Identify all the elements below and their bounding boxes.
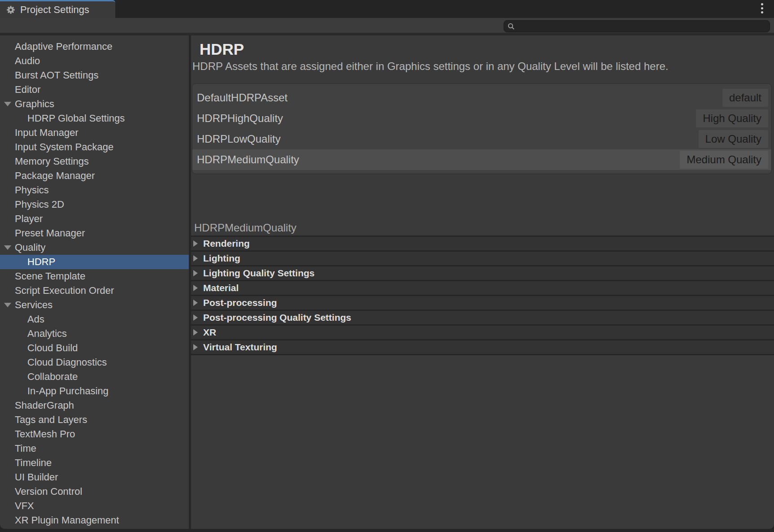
foldout-label: Rendering (203, 238, 250, 249)
selected-asset-label-row: HDRPMediumQuality (191, 220, 774, 237)
tab-project-settings[interactable]: Project Settings (0, 0, 115, 18)
sidebar-item-label: XR Plugin Management (15, 515, 119, 526)
sidebar-item-analytics[interactable]: Analytics (0, 327, 189, 341)
foldout-label: Lighting Quality Settings (203, 268, 315, 279)
foldout-label: Lighting (203, 253, 240, 264)
sidebar-item-label: Timeline (15, 457, 52, 469)
kebab-menu-icon[interactable] (761, 3, 763, 13)
sidebar-item-input-system-package[interactable]: Input System Package (0, 140, 189, 154)
expand-triangle-icon[interactable] (4, 102, 11, 106)
asset-row-hdrphighquality[interactable]: HDRPHighQualityHigh Quality (192, 108, 771, 129)
foldout-arrow-icon[interactable] (193, 329, 198, 336)
sidebar-item-adaptive-performance[interactable]: Adaptive Performance (0, 39, 189, 54)
sidebar-item-label: Memory Settings (15, 156, 89, 167)
asset-row-hdrpmediumquality[interactable]: HDRPMediumQualityMedium Quality (192, 149, 771, 170)
foldout-label: Post-processing (203, 297, 277, 308)
hdrp-asset-list: DefaultHDRPAssetdefaultHDRPHighQualityHi… (192, 83, 772, 174)
sidebar-item-player[interactable]: Player (0, 212, 189, 226)
sidebar-item-label: Services (15, 299, 52, 311)
foldout-lighting-quality-settings[interactable]: Lighting Quality Settings (191, 266, 774, 281)
sidebar-item-audio[interactable]: Audio (0, 54, 189, 68)
sidebar-item-memory-settings[interactable]: Memory Settings (0, 154, 189, 169)
expand-triangle-icon[interactable] (4, 245, 11, 250)
sidebar-item-label: Cloud Diagnostics (27, 357, 107, 368)
foldout-lighting[interactable]: Lighting (191, 252, 774, 266)
asset-name: HDRPMediumQuality (197, 153, 299, 166)
sidebar-item-label: Burst AOT Settings (15, 70, 99, 81)
sidebar-item-label: Physics 2D (15, 199, 64, 210)
page-subtitle: HDRP Assets that are assigned either in … (192, 61, 774, 72)
foldout-arrow-icon[interactable] (193, 285, 198, 291)
sidebar-item-editor[interactable]: Editor (0, 83, 189, 97)
asset-name: HDRPLowQuality (197, 133, 281, 145)
sidebar-item-collaborate[interactable]: Collaborate (0, 370, 189, 384)
gear-icon (6, 5, 16, 15)
quality-tag-badge: Medium Quality (680, 151, 768, 169)
foldout-virtual-texturing[interactable]: Virtual Texturing (191, 340, 774, 355)
foldout-arrow-icon[interactable] (193, 270, 198, 276)
foldout-arrow-icon[interactable] (193, 255, 198, 262)
sidebar-item-version-control[interactable]: Version Control (0, 484, 189, 499)
toolbar (0, 18, 774, 35)
foldout-rendering[interactable]: Rendering (191, 237, 774, 252)
sidebar-item-label: Version Control (15, 486, 82, 497)
sidebar-item-time[interactable]: Time (0, 441, 189, 456)
sidebar-item-label: Tags and Layers (15, 414, 87, 426)
sidebar-item-timeline[interactable]: Timeline (0, 456, 189, 470)
sidebar-item-burst-aot-settings[interactable]: Burst AOT Settings (0, 68, 189, 83)
sidebar-item-quality[interactable]: Quality (0, 240, 189, 255)
sidebar-item-label: Scene Template (15, 270, 85, 282)
sidebar-item-xr-plugin-management[interactable]: XR Plugin Management (0, 513, 189, 528)
sidebar-item-scene-template[interactable]: Scene Template (0, 269, 189, 283)
sidebar-item-input-manager[interactable]: Input Manager (0, 126, 189, 140)
foldout-arrow-icon[interactable] (193, 300, 198, 306)
sidebar-item-physics-2d[interactable]: Physics 2D (0, 197, 189, 212)
search-input[interactable] (517, 21, 770, 32)
sidebar-item-label: Player (15, 213, 43, 225)
sidebar-item-label: VFX (15, 500, 34, 512)
sidebar-item-textmesh-pro[interactable]: TextMesh Pro (0, 427, 189, 441)
sidebar-item-package-manager[interactable]: Package Manager (0, 169, 189, 183)
asset-row-hdrplowquality[interactable]: HDRPLowQualityLow Quality (192, 129, 771, 149)
project-settings-window: Project Settings Adaptive PerformanceAud… (0, 0, 774, 532)
sidebar-item-vfx[interactable]: VFX (0, 499, 189, 513)
asset-row-defaulthdrpasset[interactable]: DefaultHDRPAssetdefault (192, 87, 771, 108)
sidebar-item-label: Editor (15, 84, 40, 96)
page-title: HDRP (200, 41, 774, 57)
sidebar-item-cloud-build[interactable]: Cloud Build (0, 341, 189, 355)
sidebar-item-label: Physics (15, 184, 49, 196)
sidebar-item-shadergraph[interactable]: ShaderGraph (0, 398, 189, 413)
quality-tag-badge: default (722, 89, 768, 107)
main-panel: HDRP HDRP Assets that are assigned eithe… (191, 35, 774, 529)
sidebar-item-ui-builder[interactable]: UI Builder (0, 470, 189, 484)
expand-triangle-icon[interactable] (4, 303, 11, 307)
settings-sidebar: Adaptive PerformanceAudioBurst AOT Setti… (0, 35, 189, 529)
sidebar-item-label: Analytics (27, 328, 67, 340)
search-field[interactable] (504, 20, 770, 32)
foldout-label: Virtual Texturing (203, 342, 277, 353)
foldout-arrow-icon[interactable] (193, 344, 198, 350)
asset-name: HDRPHighQuality (197, 112, 283, 125)
sidebar-item-hdrp[interactable]: HDRP (0, 255, 189, 269)
sidebar-item-graphics[interactable]: Graphics (0, 97, 189, 111)
sidebar-item-label: Cloud Build (27, 342, 78, 354)
sidebar-item-ads[interactable]: Ads (0, 312, 189, 327)
foldout-arrow-icon[interactable] (193, 314, 198, 321)
foldout-material[interactable]: Material (191, 281, 774, 296)
sidebar-item-script-execution-order[interactable]: Script Execution Order (0, 283, 189, 298)
sidebar-item-tags-and-layers[interactable]: Tags and Layers (0, 413, 189, 427)
sidebar-item-services[interactable]: Services (0, 298, 189, 312)
sidebar-item-hdrp-global-settings[interactable]: HDRP Global Settings (0, 111, 189, 126)
sidebar-item-cloud-diagnostics[interactable]: Cloud Diagnostics (0, 355, 189, 370)
foldout-xr[interactable]: XR (191, 326, 774, 340)
foldout-post-processing-quality-settings[interactable]: Post-processing Quality Settings (191, 311, 774, 326)
sidebar-item-physics[interactable]: Physics (0, 183, 189, 197)
sidebar-item-label: Audio (15, 55, 40, 67)
sidebar-item-label: Adaptive Performance (15, 41, 113, 52)
foldout-post-processing[interactable]: Post-processing (191, 296, 774, 311)
sidebar-item-in-app-purchasing[interactable]: In-App Purchasing (0, 384, 189, 398)
sidebar-item-label: HDRP Global Settings (27, 113, 125, 124)
foldout-arrow-icon[interactable] (193, 240, 198, 247)
sidebar-item-preset-manager[interactable]: Preset Manager (0, 226, 189, 240)
tab-bar: Project Settings (0, 0, 774, 18)
